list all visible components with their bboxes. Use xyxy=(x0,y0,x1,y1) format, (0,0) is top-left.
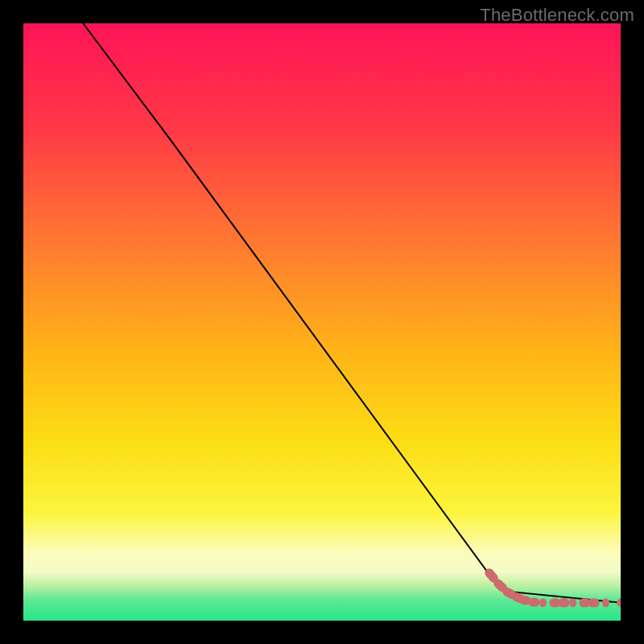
marker-dash xyxy=(507,592,512,594)
marker-dash xyxy=(498,584,503,588)
marker-dash xyxy=(588,598,600,607)
chart-frame xyxy=(23,23,621,621)
marker-dash xyxy=(528,597,539,606)
marker-dash xyxy=(602,598,609,607)
chart-svg xyxy=(23,23,621,621)
marker-dash xyxy=(489,573,494,579)
marker-dash xyxy=(516,597,521,598)
gradient-background xyxy=(23,23,621,621)
marker-dash xyxy=(569,598,576,607)
marker-dash xyxy=(539,598,547,607)
marker-dash xyxy=(559,598,570,607)
